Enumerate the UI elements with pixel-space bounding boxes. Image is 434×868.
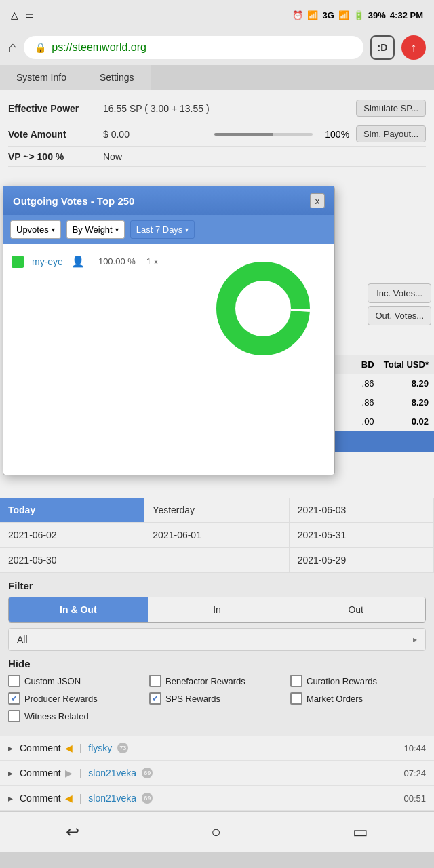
vote-color-indicator — [12, 256, 24, 268]
vote-amount-value: $ 0.00 — [103, 129, 202, 140]
home-icon[interactable]: ⌂ — [8, 39, 17, 56]
alarm-icon: ⏰ — [292, 10, 303, 20]
browser-menu-button[interactable]: :D — [370, 35, 395, 60]
vp-value: Now — [103, 151, 426, 162]
comment-user-3[interactable]: slon21veka — [88, 793, 136, 804]
signal-icon: 📶 — [307, 10, 318, 20]
filter-tabs: In & Out In Out — [8, 597, 426, 623]
message-icon: ▭ — [25, 9, 34, 20]
vp-row: VP ~> 100 % Now — [8, 147, 426, 167]
recent-button[interactable]: ▭ — [353, 823, 368, 842]
date-row-2: 2021-06-02 2021-06-01 2021-05-31 — [0, 523, 434, 548]
cb-benefactor-box[interactable] — [149, 675, 161, 687]
cb-sps-box[interactable]: ✓ — [149, 692, 161, 705]
pipe-2: | — [79, 768, 82, 778]
date-cell-5[interactable]: 2021-06-01 — [144, 523, 289, 547]
hide-label: Hide — [8, 658, 426, 669]
cb-producer-rewards[interactable]: ✓ Producer Rewards — [8, 692, 144, 705]
date-cell-4[interactable]: 2021-06-02 — [0, 523, 144, 547]
filter-days-select[interactable]: Last 7 Days ▾ — [130, 220, 195, 239]
browser-bar: ⌂ 🔒 ps://steemworld.org :D ↑ — [0, 30, 434, 65]
comment-user-1[interactable]: flysky — [88, 743, 112, 753]
cb-custom-json-box[interactable] — [8, 675, 20, 687]
comment-type-1: Comment — [20, 743, 61, 753]
modal-title: Outgoing Votes - Top 250 — [13, 195, 134, 207]
cb-producer-label: Producer Rewards — [24, 694, 98, 704]
cb-curation-box[interactable] — [290, 675, 302, 687]
yesterday-cell[interactable]: Yesterday — [144, 498, 289, 522]
tab-out[interactable]: Out — [286, 597, 425, 622]
comment-time-1: 10:44 — [403, 743, 426, 753]
user-badge-3: 69 — [142, 793, 153, 804]
rewards-table: BD Total USD* .86 8.29 .86 8.29 .00 0.02 — [332, 355, 434, 452]
comment-row-3[interactable]: ▸ Comment ◀ | slon21veka 69 00:51 — [0, 786, 434, 811]
simulate-sp-button[interactable]: Simulate SP... — [356, 100, 426, 117]
vote-username[interactable]: my-eye — [32, 256, 63, 267]
expand-icon-2[interactable]: ▸ — [8, 768, 13, 778]
filter-all-dropdown[interactable]: All ▸ — [8, 628, 426, 651]
tab-in-out[interactable]: In & Out — [9, 597, 148, 622]
user-icon: 👤 — [71, 255, 85, 268]
cb-custom-json-label: Custom JSON — [24, 676, 81, 686]
inc-votes-button[interactable]: Inc. Votes... — [368, 283, 431, 303]
tab-in[interactable]: In — [148, 597, 287, 622]
cb-witness-box[interactable] — [8, 710, 20, 722]
comment-row-1[interactable]: ▸ Comment ◀ | flysky 73 10:44 — [0, 736, 434, 761]
filter-upvotes-select[interactable]: Upvotes ▾ — [10, 220, 61, 239]
date-cell-empty — [144, 548, 289, 572]
status-left: △ ▭ — [11, 9, 34, 20]
expand-icon-3[interactable]: ▸ — [8, 793, 13, 804]
tab-system-info[interactable]: System Info — [0, 65, 83, 90]
user-badge-2: 69 — [142, 768, 153, 778]
sim-payout-button[interactable]: Sim. Payout... — [356, 125, 426, 142]
modal-header: Outgoing Votes - Top 250 x — [3, 186, 334, 215]
page-content: System Info Settings Effective Power 16.… — [0, 65, 434, 852]
triangle-left-icon-1: ◀ — [65, 743, 73, 753]
lock-icon: 🔒 — [35, 42, 46, 53]
home-button[interactable]: ○ — [211, 823, 221, 842]
bd-row1: .86 — [338, 378, 374, 389]
cb-sps-rewards[interactable]: ✓ SPS Rewards — [149, 692, 285, 705]
cb-benefactor-rewards[interactable]: Benefactor Rewards — [149, 675, 285, 687]
url-bar[interactable]: 🔒 ps://steemworld.org — [24, 36, 363, 59]
tab-settings[interactable]: Settings — [83, 65, 151, 90]
upload-button[interactable]: ↑ — [401, 35, 426, 60]
right-buttons: Inc. Votes... Out. Votes... — [365, 281, 434, 328]
effective-power-label: Effective Power — [8, 103, 96, 114]
comment-user-2[interactable]: slon21veka — [88, 768, 136, 778]
cb-witness-related[interactable]: Witness Related — [8, 710, 144, 722]
modal-close-button[interactable]: x — [310, 193, 325, 208]
date-grid: Today Yesterday 2021-06-03 2021-06-02 20… — [0, 498, 434, 573]
bd-row2: .86 — [338, 397, 374, 408]
blue-bar — [332, 431, 434, 452]
cb-curation-rewards[interactable]: Curation Rewards — [290, 675, 426, 687]
cb-market-box[interactable] — [290, 692, 302, 705]
out-votes-button[interactable]: Out. Votes... — [368, 306, 431, 326]
cb-producer-box[interactable]: ✓ — [8, 692, 20, 705]
cb-market-orders[interactable]: Market Orders — [290, 692, 426, 705]
back-button[interactable]: ↩ — [66, 823, 79, 842]
comment-type-3: Comment — [20, 793, 61, 804]
date-row-3: 2021-05-30 2021-05-29 — [0, 548, 434, 573]
cb-benefactor-label: Benefactor Rewards — [165, 676, 245, 686]
total-col-header: Total USD* — [374, 359, 429, 370]
nav-tabs: System Info Settings — [0, 65, 434, 90]
comment-row-2[interactable]: ▸ Comment ▶ | slon21veka 69 07:24 — [0, 761, 434, 786]
user-badge-1: 73 — [117, 743, 128, 753]
date-cell-3[interactable]: 2021-06-03 — [290, 498, 434, 522]
info-section: Effective Power 16.55 SP ( 3.00 + 13.55 … — [0, 90, 434, 172]
date-cell-8[interactable]: 2021-05-29 — [290, 548, 434, 572]
filter-weight-select[interactable]: By Weight ▾ — [66, 220, 125, 239]
filter-days-label: Last 7 Days — [136, 224, 183, 235]
cb-custom-json[interactable]: Custom JSON — [8, 675, 144, 687]
today-cell[interactable]: Today — [0, 498, 144, 522]
date-row-1: Today Yesterday 2021-06-03 — [0, 498, 434, 523]
filter-label: Filter — [8, 580, 426, 591]
date-cell-7[interactable]: 2021-05-30 — [0, 548, 144, 572]
date-cell-6[interactable]: 2021-05-31 — [290, 523, 434, 547]
expand-icon-1[interactable]: ▸ — [8, 743, 13, 753]
vote-slider[interactable] — [214, 133, 313, 136]
svg-point-2 — [243, 288, 283, 329]
vp-label: VP ~> 100 % — [8, 151, 96, 162]
network-label: 3G — [322, 10, 334, 20]
